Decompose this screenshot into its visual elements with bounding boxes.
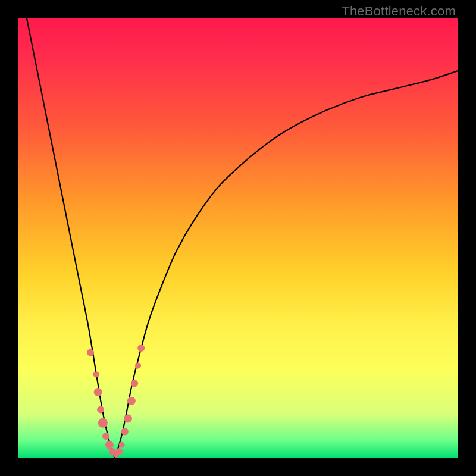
data-dot <box>98 418 108 428</box>
data-dot <box>135 363 141 369</box>
watermark-text: TheBottleneck.com <box>342 4 456 19</box>
data-dot <box>121 428 129 436</box>
chart-svg <box>18 18 458 458</box>
data-dot <box>102 433 109 440</box>
curve-right <box>115 71 458 458</box>
data-dot <box>131 380 138 387</box>
data-dot <box>87 349 94 356</box>
data-dots <box>87 345 145 458</box>
data-dot <box>94 388 102 396</box>
data-dot <box>97 406 104 414</box>
data-dot <box>124 414 132 422</box>
data-dot <box>93 371 99 377</box>
data-dot <box>115 448 123 455</box>
data-dot <box>105 441 114 449</box>
plot-area <box>18 18 458 458</box>
data-dot <box>127 397 136 405</box>
data-dot <box>119 442 125 448</box>
chart-frame: TheBottleneck.com <box>0 0 476 476</box>
data-dot <box>137 345 145 352</box>
